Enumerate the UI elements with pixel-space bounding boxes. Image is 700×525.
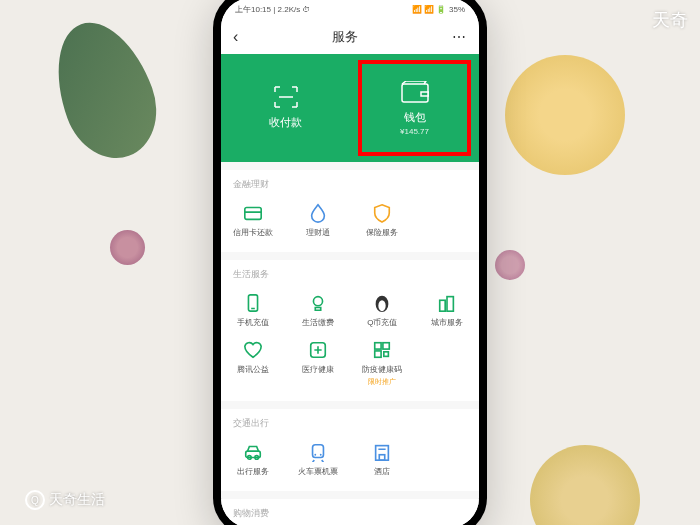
medical-icon [308, 340, 328, 360]
section: 生活服务手机充值生活缴费Q币充值城市服务腾讯公益医疗健康防疫健康码限时推广 [221, 260, 479, 401]
phone-frame: 上午10:15 | 2.2K/s ⏱ 📶 📶 🔋35% ‹ 服务 ⋯ 收付款 钱… [213, 0, 487, 525]
pay-receive-button[interactable]: 收付款 [221, 54, 350, 162]
qr-icon [372, 340, 392, 360]
service-label: 生活缴费 [302, 317, 334, 328]
service-item[interactable]: 手机充值 [221, 287, 286, 334]
credit-card-icon [243, 203, 263, 223]
service-item[interactable]: 出行服务 [221, 436, 286, 483]
section-title: 金融理财 [221, 178, 479, 197]
section: 购物消费 [221, 499, 479, 526]
phone-screen: 上午10:15 | 2.2K/s ⏱ 📶 📶 🔋35% ‹ 服务 ⋯ 收付款 钱… [221, 0, 479, 525]
service-item[interactable]: 生活缴费 [286, 287, 351, 334]
service-label: 保险服务 [366, 227, 398, 238]
svg-point-5 [313, 296, 322, 305]
car-icon [243, 442, 263, 462]
lamp-icon [308, 293, 328, 313]
section: 交通出行出行服务火车票机票酒店 [221, 409, 479, 491]
svg-rect-21 [376, 445, 389, 460]
hotel-icon [372, 442, 392, 462]
service-label: 腾讯公益 [237, 364, 269, 375]
content-scroll[interactable]: 金融理财信用卡还款理财通保险服务生活服务手机充值生活缴费Q币充值城市服务腾讯公益… [221, 162, 479, 526]
scan-icon [272, 85, 300, 109]
service-item[interactable]: 理财通 [286, 197, 351, 244]
watermark-top: 天奇 [652, 8, 688, 32]
service-label: 火车票机票 [298, 466, 338, 477]
service-item[interactable]: 城市服务 [415, 287, 480, 334]
penguin-icon [372, 293, 392, 313]
status-bar: 上午10:15 | 2.2K/s ⏱ 📶 📶 🔋35% [221, 0, 479, 20]
svg-rect-14 [384, 351, 389, 356]
svg-rect-1 [245, 207, 261, 219]
hero-panel: 收付款 钱包 ¥145.77 [221, 54, 479, 162]
page-title: 服务 [332, 28, 358, 46]
service-item[interactable]: 保险服务 [350, 197, 415, 244]
shield-icon [372, 203, 392, 223]
drop-icon [308, 203, 328, 223]
section-title: 生活服务 [221, 268, 479, 287]
phone-icon [243, 293, 263, 313]
nav-header: ‹ 服务 ⋯ [221, 20, 479, 54]
train-icon [308, 442, 328, 462]
svg-rect-18 [312, 444, 323, 457]
service-label: 理财通 [306, 227, 330, 238]
svg-rect-13 [375, 350, 381, 356]
service-item[interactable]: 防疫健康码限时推广 [350, 334, 415, 393]
heart-icon [243, 340, 263, 360]
service-item[interactable]: 医疗健康 [286, 334, 351, 393]
service-grid: 手机充值生活缴费Q币充值城市服务腾讯公益医疗健康防疫健康码限时推广 [221, 287, 479, 393]
service-item[interactable]: 信用卡还款 [221, 197, 286, 244]
service-sublabel: 限时推广 [368, 377, 396, 387]
svg-point-20 [320, 453, 322, 455]
service-label: 防疫健康码 [362, 364, 402, 375]
tutorial-highlight [358, 60, 471, 156]
service-label: 手机充值 [237, 317, 269, 328]
svg-rect-11 [375, 342, 381, 348]
more-button[interactable]: ⋯ [452, 29, 467, 45]
svg-rect-9 [447, 296, 453, 311]
svg-point-7 [379, 300, 386, 311]
watermark-bottom: Q天奇生活 [25, 490, 105, 510]
service-label: 城市服务 [431, 317, 463, 328]
service-item[interactable]: 酒店 [350, 436, 415, 483]
service-label: 酒店 [374, 466, 390, 477]
service-grid: 信用卡还款理财通保险服务 [221, 197, 479, 244]
section: 金融理财信用卡还款理财通保险服务 [221, 170, 479, 252]
svg-rect-22 [380, 454, 385, 459]
city-icon [437, 293, 457, 313]
service-label: 出行服务 [237, 466, 269, 477]
back-button[interactable]: ‹ [233, 28, 238, 46]
section-title: 交通出行 [221, 417, 479, 436]
service-item[interactable]: Q币充值 [350, 287, 415, 334]
section-title: 购物消费 [221, 507, 479, 526]
service-grid: 出行服务火车票机票酒店 [221, 436, 479, 483]
svg-point-19 [314, 453, 316, 455]
service-label: Q币充值 [367, 317, 397, 328]
service-label: 医疗健康 [302, 364, 334, 375]
svg-rect-8 [439, 300, 444, 311]
service-label: 信用卡还款 [233, 227, 273, 238]
service-item[interactable]: 火车票机票 [286, 436, 351, 483]
wallet-button[interactable]: 钱包 ¥145.77 [350, 54, 479, 162]
svg-rect-12 [383, 342, 389, 348]
service-item[interactable]: 腾讯公益 [221, 334, 286, 393]
